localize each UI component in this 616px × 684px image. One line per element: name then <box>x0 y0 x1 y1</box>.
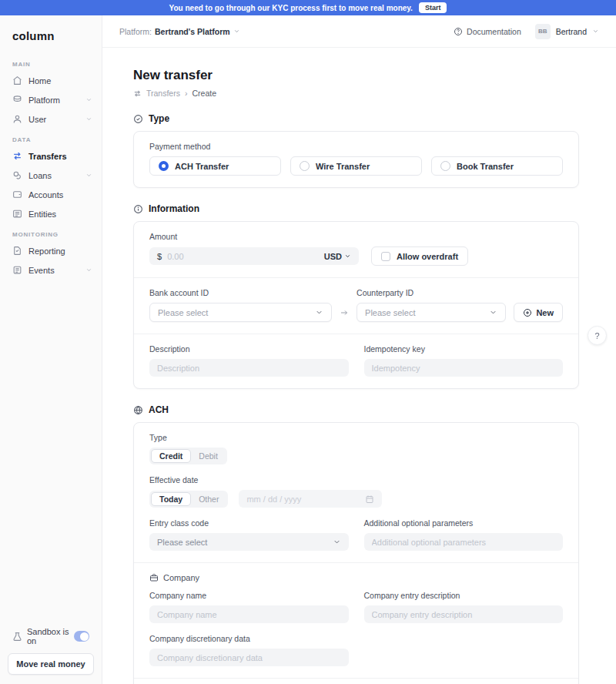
chevron-down-icon <box>315 308 323 317</box>
additional-params-input[interactable] <box>372 538 556 547</box>
entry-class-code-select[interactable]: Please select <box>149 533 349 551</box>
sidebar-item-user[interactable]: User <box>0 109 102 129</box>
payment-method-wire[interactable]: Wire Transfer <box>290 156 422 176</box>
platform-selector[interactable]: Platform: Bertrand's Platform <box>119 27 240 36</box>
radio-icon <box>300 161 310 171</box>
sidebar-item-loans[interactable]: Loans <box>0 166 102 185</box>
bank-account-id-label: Bank account ID <box>149 288 332 297</box>
company-heading-label: Company <box>163 573 199 582</box>
effective-date-input[interactable] <box>246 495 365 504</box>
new-counterparty-button[interactable]: New <box>514 303 563 322</box>
sidebar: column MAIN Home Platform User <box>0 15 102 684</box>
company-discretionary-data-field[interactable] <box>149 649 349 666</box>
currency-value: USD <box>324 252 342 261</box>
sidebar-item-label: Home <box>28 76 51 86</box>
company-discretionary-data-label: Company discretionary data <box>149 634 349 643</box>
chevron-down-icon <box>85 267 92 273</box>
chevron-down-icon <box>344 253 351 260</box>
sidebar-item-reporting[interactable]: Reporting <box>0 241 102 260</box>
sandbox-toggle[interactable] <box>74 631 89 642</box>
company-entry-description-input[interactable] <box>372 610 556 619</box>
payment-method-book[interactable]: Book Transfer <box>431 156 563 176</box>
type-section-heading: Type <box>133 113 579 124</box>
company-name-label: Company name <box>149 591 349 600</box>
effective-date-label: Effective date <box>149 475 563 484</box>
check-circle-icon <box>133 114 143 124</box>
help-button[interactable]: ? <box>588 326 607 345</box>
new-button-label: New <box>536 308 554 317</box>
sandbox-label: Sandbox is on <box>27 627 69 645</box>
sidebar-item-platform[interactable]: Platform <box>0 90 102 109</box>
breadcrumb-separator: › <box>185 89 188 98</box>
calendar-icon <box>365 495 374 504</box>
sandbox-flask-icon <box>12 632 22 642</box>
user-icon <box>12 114 22 124</box>
description-field[interactable] <box>149 359 349 377</box>
events-icon <box>12 265 22 275</box>
briefcase-icon <box>149 573 159 582</box>
company-discretionary-data-input[interactable] <box>157 653 341 662</box>
effective-date-field[interactable] <box>239 490 382 508</box>
idempotency-key-label: Idempotency key <box>364 344 564 354</box>
page-title: New transfer <box>133 68 579 83</box>
sidebar-item-transfers[interactable]: Transfers <box>0 146 102 166</box>
company-name-input[interactable] <box>157 610 341 619</box>
user-menu[interactable]: BB Bertrand <box>535 24 599 39</box>
description-input[interactable] <box>157 364 341 373</box>
info-circle-icon <box>133 204 143 214</box>
company-name-field[interactable] <box>149 605 349 623</box>
chevron-down-icon <box>233 28 240 35</box>
sidebar-item-events[interactable]: Events <box>0 260 102 280</box>
amount-label: Amount <box>149 232 563 241</box>
breadcrumb-parent[interactable]: Transfers <box>146 89 180 98</box>
documentation-link[interactable]: Documentation <box>454 27 521 36</box>
effective-date-today[interactable]: Today <box>151 492 191 506</box>
effective-date-other[interactable]: Other <box>191 492 226 506</box>
ach-type-debit[interactable]: Debit <box>191 449 226 463</box>
idempotency-field[interactable] <box>364 359 564 377</box>
additional-params-field[interactable] <box>364 533 564 551</box>
nav-section-data: DATA <box>0 129 102 146</box>
top-bar: Platform: Bertrand's Platform Documentat… <box>102 15 616 48</box>
idempotency-input[interactable] <box>372 364 556 373</box>
counterparty-id-label: Counterparty ID <box>357 288 506 297</box>
allow-overdraft-checkbox[interactable] <box>381 252 390 261</box>
description-label: Description <box>149 344 349 354</box>
allow-overdraft-option[interactable]: Allow overdraft <box>371 246 468 266</box>
company-subsection-heading: Company <box>149 573 563 582</box>
reporting-icon <box>12 246 22 256</box>
move-real-money-button[interactable]: Move real money <box>8 653 94 675</box>
currency-selector[interactable]: USD <box>324 252 351 261</box>
breadcrumb: Transfers › Create <box>133 89 579 98</box>
company-entry-description-field[interactable] <box>364 605 564 623</box>
amount-input[interactable] <box>167 252 324 261</box>
sidebar-item-entities[interactable]: Entities <box>0 204 102 223</box>
kyc-start-button[interactable]: Start <box>419 2 447 13</box>
transfers-icon <box>133 89 142 98</box>
currency-prefix: $ <box>157 252 162 261</box>
sidebar-item-label: Transfers <box>28 152 67 161</box>
nav-section-monitoring: MONITORING <box>0 223 102 241</box>
user-name: Bertrand <box>556 27 587 36</box>
bank-account-id-select[interactable]: Please select <box>149 303 332 322</box>
additional-params-label: Additional optional parameters <box>364 518 564 528</box>
sidebar-item-home[interactable]: Home <box>0 71 102 90</box>
sidebar-item-label: Entities <box>28 210 56 219</box>
accounts-icon <box>12 189 22 200</box>
ach-type-credit[interactable]: Credit <box>151 449 191 463</box>
ach-type-segmented: Credit Debit <box>149 448 227 464</box>
sidebar-item-label: Loans <box>28 171 52 180</box>
sidebar-item-accounts[interactable]: Accounts <box>0 185 102 204</box>
radio-label: Wire Transfer <box>316 162 370 171</box>
information-section-heading: Information <box>133 203 579 214</box>
payment-method-ach[interactable]: ACH Transfer <box>149 156 281 176</box>
sidebar-item-label: Reporting <box>28 246 65 256</box>
column-logo: column <box>0 26 102 53</box>
sidebar-item-label: Events <box>28 266 55 275</box>
avatar: BB <box>535 24 551 39</box>
allow-overdraft-label: Allow overdraft <box>397 252 458 261</box>
counterparty-id-select[interactable]: Please select <box>357 303 506 322</box>
amount-field[interactable]: $ USD <box>149 247 359 265</box>
kyc-banner: You need to go through our KYC process f… <box>0 0 616 15</box>
entry-class-code-label: Entry class code <box>149 518 349 528</box>
